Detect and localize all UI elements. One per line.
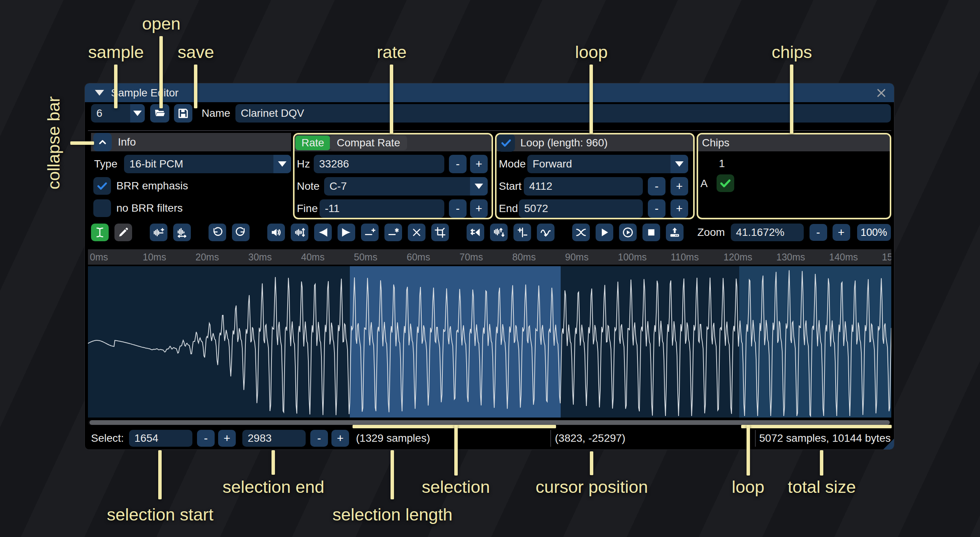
resize-button[interactable]: [150, 224, 167, 241]
loop-end-input[interactable]: 5072: [519, 199, 643, 218]
signed-unsigned-button[interactable]: [513, 224, 531, 241]
select-mode-button[interactable]: [91, 224, 109, 241]
amplify-button[interactable]: [267, 224, 285, 241]
ruler-label: 110ms: [671, 249, 699, 265]
fine-label: Fine: [297, 199, 318, 218]
hz-plus-button[interactable]: +: [470, 155, 488, 173]
upload-icon: [669, 227, 680, 238]
ruler-label: 130ms: [776, 249, 805, 265]
hz-input[interactable]: 33286: [314, 155, 444, 173]
tab-rate[interactable]: Rate: [295, 136, 330, 150]
note-select[interactable]: C-7: [324, 177, 488, 196]
loop-mode-select[interactable]: Forward: [527, 155, 688, 173]
info-panel: Info Type 16-bit PCM BRR emphasis no BRR…: [91, 133, 291, 219]
ruler-label: 70ms: [460, 249, 483, 265]
selection-end-minus-button[interactable]: -: [310, 430, 328, 447]
apply-silence-button[interactable]: [384, 224, 402, 241]
collapse-bar-button[interactable]: [93, 133, 112, 151]
rate-panel: Rate Compat Rate Hz 33286 - + Note C-7 F…: [293, 133, 493, 219]
zoom-in-button[interactable]: +: [833, 224, 850, 241]
waveform-scrollbar[interactable]: [88, 420, 891, 425]
reverse-icon: [470, 227, 481, 238]
cursor-position-text: (3823, -25297): [555, 430, 626, 447]
loop-enable-checkbox[interactable]: [497, 134, 515, 152]
fine-input[interactable]: -11: [319, 199, 444, 218]
waveform-display[interactable]: [88, 266, 891, 418]
loop-end-plus-button[interactable]: +: [670, 199, 688, 218]
zoom-out-button[interactable]: -: [809, 224, 827, 241]
preview-button[interactable]: [619, 224, 637, 241]
brr-emphasis-label: BRR emphasis: [116, 177, 188, 195]
redo-button[interactable]: [232, 224, 250, 241]
close-button[interactable]: [875, 86, 888, 99]
chips-header-label: Chips: [702, 137, 730, 149]
title-bar[interactable]: Sample Editor: [85, 83, 894, 102]
type-select[interactable]: 16-bit PCM: [124, 155, 291, 173]
zoom-input[interactable]: 41.1672%: [731, 224, 804, 241]
selection-start-input[interactable]: 1654: [129, 430, 192, 447]
crossfade-button[interactable]: [572, 224, 590, 241]
play-icon: [599, 227, 610, 238]
info-panel-header: Info: [91, 133, 291, 151]
chip-enable-checkbox[interactable]: [717, 174, 734, 192]
ruler-label: 20ms: [195, 249, 219, 265]
hz-value: 33286: [319, 158, 349, 170]
filter-button[interactable]: [537, 224, 555, 241]
chevron-down-icon[interactable]: [470, 177, 488, 196]
selection-end-input[interactable]: 2983: [242, 430, 306, 447]
hz-minus-button[interactable]: -: [449, 155, 467, 173]
scrollbar-thumb[interactable]: [89, 420, 890, 425]
check-icon: [719, 177, 732, 190]
loop-start-plus-button[interactable]: +: [670, 177, 688, 196]
chevron-down-icon[interactable]: [670, 155, 688, 173]
chevron-down-icon[interactable]: [130, 104, 145, 123]
loop-end-minus-button[interactable]: -: [648, 199, 665, 218]
window-collapse-icon[interactable]: [95, 90, 104, 96]
delete-button[interactable]: [408, 224, 425, 241]
tab-compat-rate[interactable]: Compat Rate: [330, 136, 407, 150]
ruler-label: 50ms: [354, 249, 377, 265]
no-brr-filters-label: no BRR filters: [116, 199, 183, 217]
draw-mode-button[interactable]: [114, 224, 132, 241]
save-sample-button[interactable]: [174, 104, 192, 123]
selection-start-plus-button[interactable]: +: [218, 430, 236, 447]
fine-plus-button[interactable]: +: [470, 199, 488, 218]
line-plus-icon: [364, 227, 376, 238]
make-instrument-button[interactable]: [666, 224, 684, 241]
rate-panel-header: Rate Compat Rate: [295, 134, 492, 151]
sample-number-select[interactable]: 6: [91, 104, 145, 123]
loop-start-minus-button[interactable]: -: [648, 177, 665, 196]
sample-editor-window: Sample Editor 6 Name Clarinet DQV Inf: [84, 83, 894, 450]
annotation-save: save: [177, 42, 214, 62]
stop-button[interactable]: [642, 224, 660, 241]
trim-button[interactable]: [431, 224, 449, 241]
annotation-cursor-position: cursor position: [536, 477, 648, 497]
invert-button[interactable]: [490, 224, 508, 241]
name-input[interactable]: Clarinet DQV: [235, 104, 891, 123]
annotation-collapse-bar: collapse bar: [44, 96, 64, 190]
resample-button[interactable]: [173, 224, 191, 241]
brr-emphasis-checkbox[interactable]: [93, 177, 111, 195]
selection-start-minus-button[interactable]: -: [197, 430, 215, 447]
normalize-button[interactable]: [291, 224, 308, 241]
undo-icon: [212, 227, 223, 238]
play-button[interactable]: [596, 224, 613, 241]
insert-silence-button[interactable]: [361, 224, 379, 241]
annotation-sample: sample: [88, 42, 144, 62]
resize-grip[interactable]: [883, 438, 894, 450]
selection-end-plus-button[interactable]: +: [331, 430, 349, 447]
undo-button[interactable]: [209, 224, 226, 241]
type-label: Type: [94, 155, 118, 173]
no-brr-filters-checkbox[interactable]: [93, 199, 111, 217]
open-sample-button[interactable]: [150, 104, 169, 123]
fade-in-button[interactable]: [314, 224, 332, 241]
fade-out-button[interactable]: [338, 224, 355, 241]
annotation-selection: selection: [422, 477, 490, 497]
reverse-button[interactable]: [467, 224, 484, 241]
chevron-down-icon[interactable]: [273, 155, 291, 173]
loop-start-input[interactable]: 4112: [524, 177, 643, 196]
ruler-label: 140ms: [829, 249, 858, 265]
zoom-reset-button[interactable]: 100%: [857, 224, 891, 241]
fine-minus-button[interactable]: -: [449, 199, 467, 218]
ruler-label: 60ms: [407, 249, 430, 265]
